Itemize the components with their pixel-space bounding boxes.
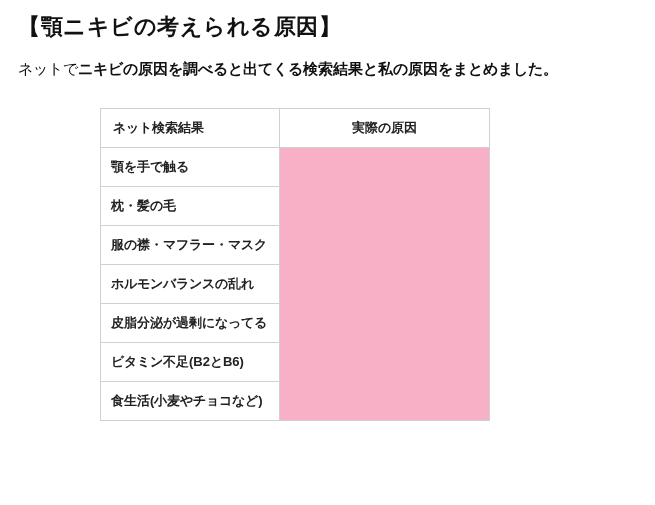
intro-prefix: ネットで (18, 60, 78, 77)
table-row: 顎を手で触る (101, 147, 490, 186)
actual-cause-block (280, 147, 490, 420)
col-header-net: ネット検索結果 (101, 108, 280, 147)
causes-table-wrap: ネット検索結果 実際の原因 顎を手で触る 枕・髪の毛 服の襟・マフラー・マスク … (100, 108, 637, 421)
intro-bold: ニキビの原因を調べると出てくる検索結果と私の原因をまとめました。 (78, 60, 558, 77)
cause-cell: 服の襟・マフラー・マスク (101, 225, 280, 264)
cause-cell: 食生活(小麦やチョコなど) (101, 381, 280, 420)
col-header-actual: 実際の原因 (280, 108, 490, 147)
causes-table: ネット検索結果 実際の原因 顎を手で触る 枕・髪の毛 服の襟・マフラー・マスク … (100, 108, 490, 421)
cause-cell: 枕・髪の毛 (101, 186, 280, 225)
cause-cell: 顎を手で触る (101, 147, 280, 186)
cause-cell: ビタミン不足(B2とB6) (101, 342, 280, 381)
section-heading: 【顎ニキビの考えられる原因】 (18, 12, 637, 42)
intro-paragraph: ネットでニキビの原因を調べると出てくる検索結果と私の原因をまとめました。 (18, 56, 637, 82)
cause-cell: ホルモンバランスの乱れ (101, 264, 280, 303)
cause-cell: 皮脂分泌が過剰になってる (101, 303, 280, 342)
table-header-row: ネット検索結果 実際の原因 (101, 108, 490, 147)
page-root: 【顎ニキビの考えられる原因】 ネットでニキビの原因を調べると出てくる検索結果と私… (0, 0, 655, 505)
